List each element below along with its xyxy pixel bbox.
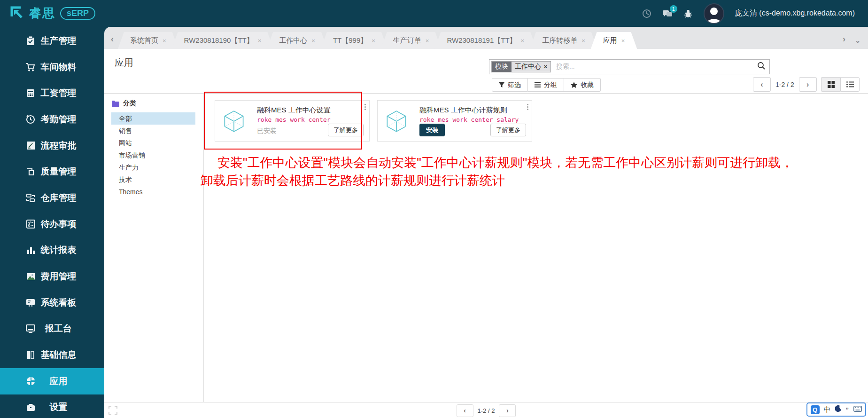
close-icon[interactable]: ×: [311, 37, 315, 44]
star-icon: [571, 82, 577, 88]
page-title: 应用: [115, 56, 133, 69]
search-input[interactable]: 搜索...: [554, 63, 757, 71]
tab-production-order[interactable]: 生产订单×: [381, 32, 442, 49]
category-item-website[interactable]: 网站: [111, 137, 195, 149]
search-option-buttons: 筛选 分组 收藏: [492, 78, 601, 92]
sidebar-item-quality[interactable]: 质量管理: [0, 158, 104, 185]
search-facet: 模块 工作中心 ×: [491, 61, 551, 72]
tab-work-center[interactable]: 工作中心×: [267, 32, 327, 49]
search-bar[interactable]: 模块 工作中心 × 搜索...: [489, 59, 770, 74]
install-button[interactable]: 安装: [419, 124, 445, 136]
warehouse-icon: [26, 193, 35, 203]
category-sidebar: 分类 全部 销售 网站 市场营销 生产力 技术 Themes: [104, 94, 204, 402]
content-area: 分类 全部 销售 网站 市场营销 生产力 技术 Themes: [104, 94, 868, 402]
favorites-button[interactable]: 收藏: [564, 78, 601, 92]
top-pager: ‹ 1-2 / 2 ›: [753, 77, 817, 92]
bottom-pager: ‹ 1-2 / 2 ›: [104, 402, 868, 418]
close-icon[interactable]: ×: [521, 37, 525, 44]
ime-moon-icon[interactable]: [835, 405, 842, 414]
group-lines-icon: [535, 82, 541, 87]
tab-system-home[interactable]: 系统首页×: [118, 32, 178, 49]
bottom-pager-prev-button[interactable]: ‹: [457, 404, 473, 417]
module-status-installed: 已安装: [257, 127, 277, 135]
category-item-marketing[interactable]: 市场营销: [111, 149, 195, 161]
learn-more-button[interactable]: 了解更多: [490, 124, 526, 136]
module-tech-name: roke_mes_work_center_salary: [419, 116, 519, 123]
tab-rw230818190[interactable]: RW230818190【TT】×: [172, 32, 274, 49]
sidebar-item-reports[interactable]: 统计报表: [0, 237, 104, 264]
list-view-icon: [846, 81, 854, 87]
activity-clock-icon[interactable]: [642, 8, 652, 19]
pager-next-button[interactable]: ›: [799, 77, 817, 92]
ime-input-method-icon[interactable]: Q: [811, 405, 820, 414]
tabs-scroll-left-chevron[interactable]: ‹: [111, 34, 114, 44]
messages-icon[interactable]: 1: [662, 8, 673, 19]
module-cube-icon: [386, 110, 407, 134]
tabs-dropdown-chevron-icon[interactable]: ⌄: [855, 37, 860, 44]
sidebar-item-expense[interactable]: 费用管理: [0, 263, 104, 290]
sidebar-item-settings[interactable]: 设置: [0, 394, 104, 418]
module-title: 融科MES 工作中心计薪规则: [419, 106, 507, 115]
category-item-themes[interactable]: Themes: [111, 186, 195, 198]
ime-keyboard-icon[interactable]: [853, 405, 862, 414]
sidebar-item-materials[interactable]: 车间物料: [0, 54, 104, 80]
tab-apps[interactable]: 应用×: [591, 32, 637, 49]
close-icon[interactable]: ×: [621, 37, 625, 44]
app-logo[interactable]: 睿思 sERP: [9, 5, 95, 22]
sidebar-item-apps[interactable]: 应用: [0, 368, 104, 394]
grid-view-icon: [828, 81, 835, 88]
calculator-icon: [26, 88, 35, 98]
sidebar-item-todo[interactable]: 待办事项: [0, 211, 104, 237]
category-header: 分类: [112, 99, 136, 108]
tab-rw230818191[interactable]: RW230818191【TT】×: [434, 32, 536, 49]
sidebar-item-warehouse[interactable]: 仓库管理: [0, 185, 104, 211]
close-icon[interactable]: ×: [258, 37, 262, 44]
username-label[interactable]: 庞文清 (cs-demo.xbg.rokedata.com): [735, 8, 855, 18]
search-icon[interactable]: [757, 62, 766, 72]
learn-more-button[interactable]: 了解更多: [328, 124, 364, 136]
ime-language-indicator[interactable]: 中: [824, 405, 831, 414]
filter-button[interactable]: 筛选: [492, 78, 528, 92]
category-item-technical[interactable]: 技术: [111, 174, 195, 186]
bottom-pager-range: 1-2 / 2: [478, 407, 495, 414]
dashboard-icon: [26, 298, 35, 308]
close-icon[interactable]: ×: [581, 37, 585, 44]
bar-chart-icon: [26, 245, 35, 255]
pager-prev-button[interactable]: ‹: [753, 77, 771, 92]
category-item-productivity[interactable]: 生产力: [111, 161, 195, 174]
tabs-scroll-right-chevron[interactable]: ›: [843, 34, 845, 44]
sidebar-item-payroll[interactable]: 工资管理: [0, 80, 104, 106]
facet-remove-icon[interactable]: ×: [544, 63, 547, 70]
sidebar-item-dashboard[interactable]: 系统看板: [0, 290, 104, 316]
sidebar-item-approval[interactable]: 流程审批: [0, 133, 104, 159]
kanban-view-button[interactable]: [821, 77, 840, 92]
ime-punctuation-toggle[interactable]: ”: [846, 406, 850, 413]
sidebar-item-production[interactable]: 生产管理: [0, 28, 104, 54]
module-card-work-center-salary: 融科MES 工作中心计薪规则 roke_mes_work_center_sala…: [377, 100, 532, 142]
module-cube-icon: [224, 110, 244, 134]
close-icon[interactable]: ×: [372, 37, 375, 44]
logo-badge: sERP: [60, 7, 95, 20]
sidebar-item-work-report[interactable]: 报工台: [0, 316, 104, 342]
approval-icon: [26, 141, 35, 150]
kebab-menu-icon[interactable]: [364, 103, 366, 111]
footer-bar: ‹ 1-2 / 2 ›: [104, 402, 868, 418]
close-icon[interactable]: ×: [163, 37, 166, 44]
bottom-pager-next-button[interactable]: ›: [499, 404, 516, 417]
category-item-all[interactable]: 全部: [111, 112, 195, 125]
app-root: 睿思 sERP 1 庞文清 (cs-demo.xbg.rokedata.com)…: [0, 0, 868, 418]
bug-report-icon[interactable]: [683, 8, 693, 19]
tab-tt-999[interactable]: TT【999】×: [321, 32, 388, 49]
sidebar-item-attendance[interactable]: 考勤管理: [0, 106, 104, 133]
category-list: 全部 销售 网站 市场营销 生产力 技术 Themes: [104, 112, 203, 198]
user-avatar[interactable]: [704, 3, 724, 24]
group-by-button[interactable]: 分组: [528, 78, 564, 92]
monitor-icon: [26, 324, 35, 333]
list-view-button[interactable]: [840, 77, 860, 92]
close-icon[interactable]: ×: [426, 37, 429, 44]
kebab-menu-icon[interactable]: [527, 103, 528, 111]
tab-process-transfer[interactable]: 工序转移单×: [530, 32, 597, 49]
category-item-sales[interactable]: 销售: [111, 125, 195, 137]
sidebar-item-base-info[interactable]: 基础信息: [0, 342, 104, 368]
folder-icon: [112, 101, 119, 107]
